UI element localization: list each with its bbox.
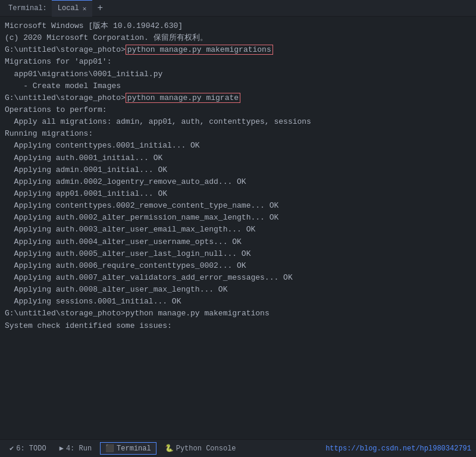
tab-close-icon[interactable]: ✕ [83,5,87,12]
terminal-content: Microsoft Windows [版本 10.0.19042.630](c)… [0,17,476,439]
todo-icon: ✔ [10,444,14,453]
terminal-line: Applying auth.0002_alter_permission_name… [5,212,471,224]
command-text: python manage.py makemigrations [126,309,270,318]
terminal-line: Applying auth.0006_require_contenttypes_… [5,260,471,272]
terminal-icon: ⬛ [105,444,114,453]
highlighted-command: python manage.py makemigrations [126,45,273,55]
terminal-line: Running migrations: [5,128,471,140]
run-icon: ▶ [60,444,64,453]
terminal-line: Applying auth.0004_alter_user_username_o… [5,236,471,248]
prompt-text: G:\untitled\storage_photo> [5,45,126,54]
python-console-label: Python Console [176,445,236,453]
terminal-line: Applying auth.0001_initial... OK [5,152,471,164]
tab-bar-app-label: Terminal: [5,0,51,17]
tab-add-button[interactable]: + [93,0,107,17]
run-label: 4: Run [66,445,92,453]
terminal-line: app01\migrations\0001_initial.py [5,68,471,80]
run-button[interactable]: ▶ 4: Run [55,443,96,454]
terminal-line: - Create model Images [5,80,471,92]
terminal-line: Applying auth.0007_alter_validators_add_… [5,272,471,284]
terminal-line: G:\untitled\storage_photo>python manage.… [5,44,471,56]
terminal-line: Applying sessions.0001_initial... OK [5,296,471,308]
prompt-text: G:\untitled\storage_photo> [5,309,126,318]
terminal-line: Microsoft Windows [版本 10.0.19042.630] [5,20,471,32]
prompt-text: G:\untitled\storage_photo> [5,93,126,102]
terminal-button[interactable]: ⬛ Terminal [100,442,156,455]
terminal-line: (c) 2020 Microsoft Corporation. 保留所有权利。 [5,32,471,44]
python-console-button[interactable]: 🐍 Python Console [160,443,241,454]
terminal-line: Apply all migrations: admin, app01, auth… [5,116,471,128]
highlighted-command: python manage.py migrate [126,93,240,103]
terminal-line: Applying contenttypes.0002_remove_conten… [5,200,471,212]
terminal-line: Applying admin.0001_initial... OK [5,164,471,176]
terminal-label: Terminal [117,445,151,453]
terminal-line: Applying auth.0008_alter_user_max_length… [5,284,471,296]
terminal-line: System check identified some issues: [5,320,471,332]
terminal-line: Applying admin.0002_logentry_remove_auto… [5,176,471,188]
terminal-line: Applying auth.0003_alter_user_email_max_… [5,224,471,236]
terminal-line: Applying contenttypes.0001_initial... OK [5,140,471,152]
terminal-line: Operations to perform: [5,104,471,116]
tab-local-label: Local [58,4,79,12]
status-left: ✔ 6: TODO ▶ 4: Run ⬛ Terminal 🐍 Python C… [5,442,241,455]
terminal-line: Applying app01.0001_initial... OK [5,188,471,200]
python-icon: 🐍 [165,444,174,453]
terminal-line: Migrations for 'app01': [5,56,471,68]
terminal-line: G:\untitled\storage_photo>python manage.… [5,92,471,104]
tab-local[interactable]: Local ✕ [52,0,93,17]
status-bar: ✔ 6: TODO ▶ 4: Run ⬛ Terminal 🐍 Python C… [0,439,476,457]
terminal-line: Applying auth.0005_alter_user_last_login… [5,248,471,260]
status-url: https://blog.csdn.net/hpl980342791 [325,445,471,453]
tab-bar: Terminal: Local ✕ + [0,0,476,17]
terminal-line: G:\untitled\storage_photo>python manage.… [5,308,471,320]
todo-label: 6: TODO [16,445,46,453]
todo-button[interactable]: ✔ 6: TODO [5,443,51,454]
